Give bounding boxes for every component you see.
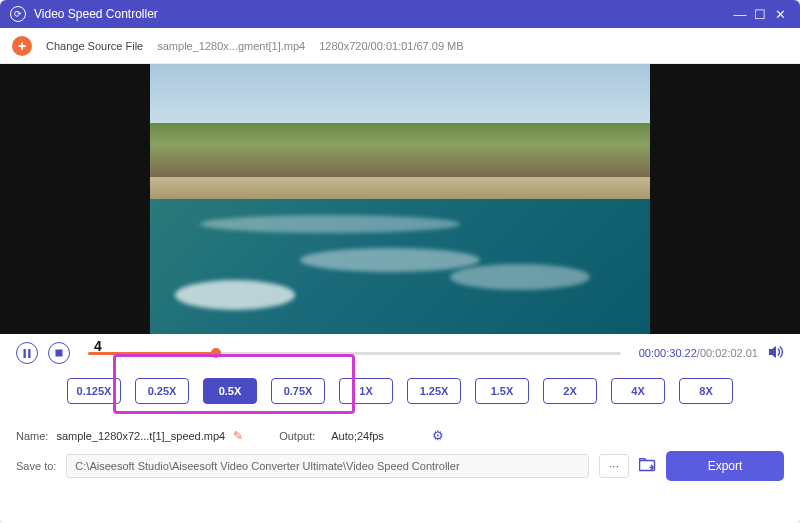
close-button[interactable]: ✕: [770, 7, 790, 22]
source-fileinfo: 1280x720/00:01:01/67.09 MB: [319, 40, 463, 52]
app-logo-icon: ⟳: [10, 6, 26, 22]
app-window: ⟳ Video Speed Controller — ☐ ✕ + Change …: [0, 0, 800, 523]
output-value: Auto;24fps: [331, 430, 384, 442]
name-label: Name:: [16, 430, 48, 442]
progress-fill: [88, 352, 216, 355]
saveto-path-text: C:\Aiseesoft Studio\Aiseesoft Video Conv…: [75, 460, 459, 472]
speed-button-2x[interactable]: 2X: [543, 378, 597, 404]
browse-button[interactable]: ···: [599, 454, 629, 478]
minimize-button[interactable]: —: [730, 7, 750, 22]
speed-button-4x[interactable]: 4X: [611, 378, 665, 404]
toolbar: + Change Source File sample_1280x...gmen…: [0, 28, 800, 64]
output-settings-icon[interactable]: ⚙: [432, 428, 444, 443]
speed-button-0.25x[interactable]: 0.25X: [135, 378, 189, 404]
speed-button-0.5x[interactable]: 0.5X: [203, 378, 257, 404]
save-row: Save to: C:\Aiseesoft Studio\Aiseesoft V…: [16, 451, 784, 481]
svg-rect-0: [24, 349, 26, 358]
svg-rect-1: [28, 349, 30, 358]
speed-button-1.25x[interactable]: 1.25X: [407, 378, 461, 404]
name-value: sample_1280x72...t[1]_speed.mp4: [56, 430, 225, 442]
progress-knob[interactable]: [211, 348, 221, 358]
name-output-row: Name: sample_1280x72...t[1]_speed.mp4 ✎ …: [16, 428, 784, 443]
preview-letterbox-left: [0, 64, 150, 334]
bottom-panel: Name: sample_1280x72...t[1]_speed.mp4 ✎ …: [0, 422, 800, 493]
saveto-path[interactable]: C:\Aiseesoft Studio\Aiseesoft Video Conv…: [66, 454, 589, 478]
saveto-label: Save to:: [16, 460, 56, 472]
playback-controls: 00:00:30.22/00:02:02.01: [0, 334, 800, 368]
preview-letterbox-right: [650, 64, 800, 334]
speed-button-0.125x[interactable]: 0.125X: [67, 378, 121, 404]
change-source-button[interactable]: Change Source File: [46, 40, 143, 52]
add-source-icon[interactable]: +: [12, 36, 32, 56]
svg-rect-2: [56, 350, 63, 357]
speed-button-1x[interactable]: 1X: [339, 378, 393, 404]
open-folder-icon[interactable]: [639, 458, 656, 475]
time-total: 00:02:02.01: [700, 347, 758, 359]
window-title: Video Speed Controller: [34, 7, 730, 21]
volume-icon[interactable]: [768, 345, 784, 362]
export-button[interactable]: Export: [666, 451, 784, 481]
annotation-number: 4: [94, 338, 102, 354]
output-label: Output:: [279, 430, 315, 442]
progress-bar[interactable]: [88, 352, 621, 355]
preview-frame: [150, 64, 650, 334]
maximize-button[interactable]: ☐: [750, 7, 770, 22]
speed-button-0.75x[interactable]: 0.75X: [271, 378, 325, 404]
edit-name-icon[interactable]: ✎: [233, 429, 243, 443]
timecode: 00:00:30.22/00:02:02.01: [639, 347, 758, 359]
time-current: 00:00:30.22: [639, 347, 697, 359]
pause-button[interactable]: [16, 342, 38, 364]
speed-button-1.5x[interactable]: 1.5X: [475, 378, 529, 404]
speed-selector: 4 0.125X0.25X0.5X0.75X1X1.25X1.5X2X4X8X: [0, 368, 800, 422]
titlebar: ⟳ Video Speed Controller — ☐ ✕: [0, 0, 800, 28]
speed-button-8x[interactable]: 8X: [679, 378, 733, 404]
stop-button[interactable]: [48, 342, 70, 364]
source-filename: sample_1280x...gment[1].mp4: [157, 40, 305, 52]
video-preview[interactable]: [0, 64, 800, 334]
